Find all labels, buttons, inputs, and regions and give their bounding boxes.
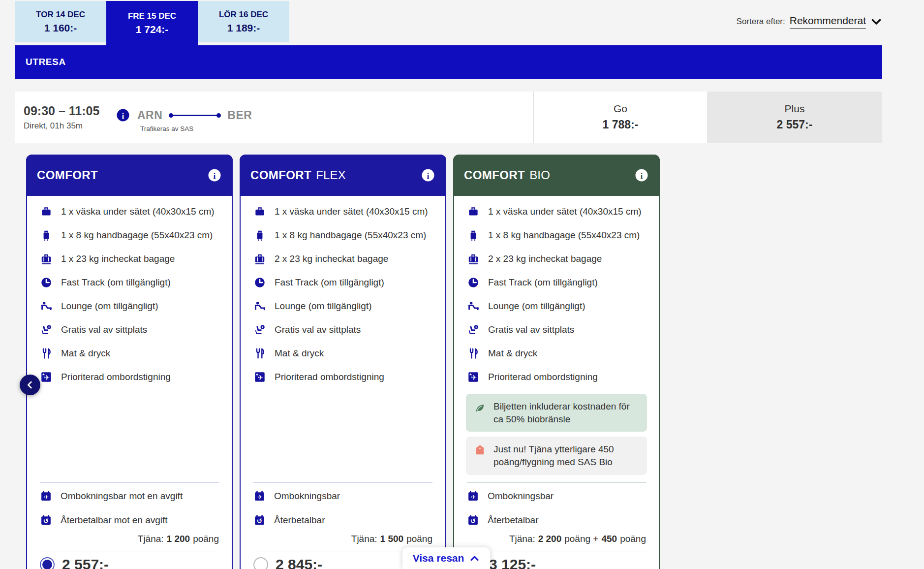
feature-row: Prioriterad ombordstigning <box>27 365 232 389</box>
notice-text: Just nu! Tjäna ytterligare 450 poäng/fly… <box>493 443 639 468</box>
date-tab-friday-selected[interactable]: FRE 15 DEC 1 724:- <box>106 1 198 45</box>
lounge-icon <box>40 300 53 313</box>
fare-card-comfort: COMFORT 1 x väska under sätet (40x30x15 … <box>26 155 233 569</box>
earn-points: 2 200 <box>538 534 562 544</box>
biofuel-notice: Biljetten inkluderar kostnaden för ca 50… <box>466 394 647 432</box>
feature-row: Fast Track (om tillgängligt) <box>27 271 232 294</box>
feature-row: Fast Track (om tillgängligt) <box>454 271 659 294</box>
fast-track-icon <box>467 276 480 289</box>
rebook-icon <box>467 490 479 502</box>
fare-price-row: 2 557:- <box>40 556 219 569</box>
feature-row: Fast Track (om tillgängligt) <box>241 271 445 294</box>
condition-row: Ombokningsbar <box>467 485 646 507</box>
fare-price-row: 3 125:- <box>467 556 646 569</box>
feature-list: 1 x väska under sätet (40x30x15 cm) 1 x … <box>27 196 232 389</box>
feature-text: 1 x väska under sätet (40x30x15 cm) <box>275 206 428 217</box>
lounge-icon <box>253 300 266 313</box>
tab-day-label: FRE 15 DEC <box>128 11 176 21</box>
feature-row: Prioriterad ombordstigning <box>241 365 445 389</box>
underseat-bag-icon <box>40 205 53 218</box>
feature-row: Mat & dryck <box>241 342 445 365</box>
feature-text: Lounge (om tillgängligt) <box>275 301 372 312</box>
fare-price: 3 125:- <box>489 556 536 569</box>
fare-radio[interactable] <box>253 557 268 569</box>
priority-boarding-icon <box>40 371 53 383</box>
earn-unit: poäng <box>193 534 219 544</box>
fare-radio-selected[interactable] <box>40 557 55 569</box>
seat-selection-icon <box>40 323 53 336</box>
destination-code: BER <box>227 109 252 122</box>
feature-text: Gratis val av sittplats <box>275 324 361 335</box>
meal-icon <box>253 347 266 360</box>
tab-price: 1 189:- <box>227 22 260 34</box>
feature-row: 1 x väska under sätet (40x30x15 cm) <box>454 200 659 223</box>
feature-list: 1 x väska under sätet (40x30x15 cm) 1 x … <box>454 196 659 389</box>
fare-card-conditions: Ombokningsbar Återbetalbar Tjäna: 2 200 … <box>467 482 646 569</box>
fare-card-header: COMFORTBIO <box>453 155 660 196</box>
date-tabs: TOR 14 DEC 1 160:- FRE 15 DEC 1 724:- LÖ… <box>15 1 289 45</box>
feature-text: 1 x 8 kg handbagage (55x40x23 cm) <box>61 230 213 241</box>
cabin-bag-icon <box>40 229 53 242</box>
tag-icon <box>474 444 486 456</box>
notice-text: Biljetten inkluderar kostnaden för ca 50… <box>493 400 639 425</box>
fare-card-conditions: Ombokningsbar mot en avgift Återbetalbar… <box>40 482 219 569</box>
underseat-bag-icon <box>467 205 480 218</box>
operated-by: Trafikeras av SAS <box>140 125 193 132</box>
fare-title-main: COMFORT <box>464 168 525 182</box>
feature-row: 1 x 8 kg handbagage (55x40x23 cm) <box>27 223 232 247</box>
checked-bag-icon <box>467 253 480 265</box>
earn-points: 1 200 <box>167 534 190 544</box>
feature-row: Mat & dryck <box>454 342 659 365</box>
feature-row: 1 x väska under sätet (40x30x15 cm) <box>241 200 445 223</box>
feature-row: Lounge (om tillgängligt) <box>454 294 659 318</box>
checked-bag-icon <box>40 253 53 265</box>
sort-value-dropdown[interactable]: Rekommenderat <box>790 15 866 29</box>
cabin-bag-icon <box>253 229 266 242</box>
feature-text: Fast Track (om tillgängligt) <box>275 277 384 288</box>
earn-label: Tjäna: <box>138 534 164 544</box>
fare-card-comfort-bio: COMFORTBIO 1 x väska under sätet (40x30x… <box>453 155 660 569</box>
earn-label: Tjäna: <box>509 534 535 544</box>
fare-price: 2 557:- <box>62 556 109 569</box>
feature-row: 2 x 23 kg incheckat bagage <box>241 247 445 271</box>
chevron-down-icon[interactable] <box>870 16 882 28</box>
date-tab-saturday[interactable]: LÖR 16 DEC 1 189:- <box>198 1 289 42</box>
feature-text: Prioriterad ombordstigning <box>488 372 598 382</box>
fare-card-title: COMFORT <box>37 168 98 182</box>
chevron-up-icon <box>469 553 480 564</box>
fare-price: 2 845:- <box>276 556 322 569</box>
fast-track-icon <box>40 276 53 289</box>
info-icon[interactable] <box>634 168 649 183</box>
condition-text: Ombokningsbar <box>488 491 554 502</box>
condition-row: Ombokningsbar mot en avgift <box>40 485 219 507</box>
flight-info-icon[interactable] <box>116 108 130 123</box>
divider <box>253 482 432 483</box>
feature-row: 1 x väska under sätet (40x30x15 cm) <box>27 200 232 223</box>
feature-text: Gratis val av sittplats <box>488 324 574 335</box>
previous-flight-button[interactable] <box>20 375 40 395</box>
feature-row: Mat & dryck <box>27 342 232 365</box>
show-trip-button[interactable]: Visa resan <box>402 547 490 569</box>
earn-unit: poäng + <box>564 534 598 544</box>
flight-details: Direkt, 01h 35m <box>24 121 99 131</box>
fare-column-plus[interactable]: Plus 2 557:- <box>707 92 882 143</box>
feature-text: Mat & dryck <box>488 348 537 359</box>
date-tab-thursday[interactable]: TOR 14 DEC 1 160:- <box>15 1 106 42</box>
earn-label: Tjäna: <box>351 534 377 544</box>
section-title: UTRESA <box>26 57 66 67</box>
feature-text: Lounge (om tillgängligt) <box>488 301 585 312</box>
fare-column-go[interactable]: Go 1 788:- <box>533 92 707 143</box>
info-icon[interactable] <box>421 168 435 183</box>
info-icon[interactable] <box>207 168 222 183</box>
earn-points-line: Tjäna: 1 200 poäng <box>40 531 219 547</box>
condition-row: Återbetalbar mot en avgift <box>40 509 219 531</box>
tab-price: 1 724:- <box>136 24 169 35</box>
feature-row: 1 x 23 kg incheckat bagage <box>27 247 232 271</box>
fare-title-suffix: BIO <box>529 168 550 182</box>
tab-price: 1 160:- <box>44 22 77 34</box>
feature-text: 1 x 23 kg incheckat bagage <box>61 253 175 264</box>
condition-row: Återbetalbar <box>253 509 432 531</box>
condition-text: Återbetalbar mot en avgift <box>61 515 168 526</box>
earn-extra-points: 450 <box>601 534 617 544</box>
tab-day-label: LÖR 16 DEC <box>219 10 268 20</box>
